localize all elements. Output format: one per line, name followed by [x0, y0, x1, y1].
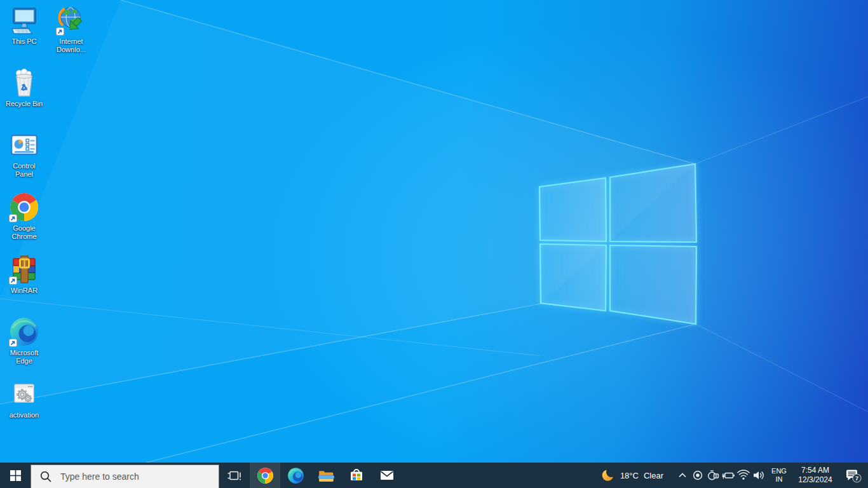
language-code: ENG — [766, 467, 792, 475]
weather-condition: Clear — [644, 471, 663, 480]
shortcut-arrow-icon — [9, 276, 17, 285]
desktop-icon-label: This PC — [0, 37, 48, 46]
chevron-up-icon — [676, 469, 689, 482]
clock-time: 7:54 AM — [792, 466, 839, 475]
desktop-icon-label: activation — [0, 411, 48, 419]
search-icon — [39, 470, 52, 483]
taskbar-search[interactable] — [31, 464, 219, 488]
taskbar-edge-button[interactable] — [280, 463, 311, 488]
tray-volume-button[interactable] — [751, 463, 766, 488]
taskbar-mail-button[interactable] — [372, 463, 402, 488]
windows-start-icon — [10, 470, 21, 481]
wifi-icon — [737, 469, 750, 482]
desktop-icon-this-pc[interactable]: This PC — [0, 5, 48, 46]
desktop-icon-control-panel[interactable]: ControlPanel — [0, 130, 48, 179]
start-button[interactable] — [0, 463, 31, 488]
shortcut-arrow-icon — [9, 214, 17, 222]
desktop-icon-recycle-bin[interactable]: Recycle Bin — [0, 67, 48, 108]
microsoft-store-icon — [348, 467, 365, 484]
desktop-icon-google-chrome[interactable]: GoogleChrome — [0, 192, 48, 241]
taskbar-chrome-button[interactable] — [250, 463, 280, 488]
taskbar-clock[interactable]: 7:54 AM 12/3/2024 — [792, 466, 839, 485]
windows-logo-wallpaper — [0, 0, 868, 463]
taskbar: 18°C Clear — [0, 463, 868, 488]
taskbar-store-button[interactable] — [341, 463, 372, 488]
desktop-icon-label: MicrosoftEdge — [0, 349, 48, 365]
weather-widget[interactable]: 18°C Clear — [596, 468, 668, 482]
recycle-bin-icon — [9, 67, 39, 98]
desktop-icon-activation[interactable]: activation — [0, 379, 48, 419]
control-panel-icon — [9, 130, 39, 160]
notification-icon: 7 — [845, 468, 862, 483]
taskbar-file-explorer-button[interactable] — [311, 463, 341, 488]
desktop-icon-label: GoogleChrome — [0, 224, 48, 241]
chrome-icon — [257, 467, 274, 484]
search-input[interactable] — [59, 471, 201, 482]
desktop-icon-label: ControlPanel — [0, 162, 48, 179]
this-pc-icon — [9, 5, 39, 36]
notification-count-badge: 7 — [855, 475, 858, 481]
internet-download-manager-icon — [56, 5, 86, 36]
system-tray: 18°C Clear — [596, 463, 868, 488]
edge-icon — [287, 467, 304, 484]
tray-meet-now-button[interactable] — [705, 463, 721, 488]
desktop-icon-microsoft-edge[interactable]: MicrosoftEdge — [0, 316, 48, 365]
activation-icon — [9, 379, 39, 409]
moon-icon — [601, 468, 615, 482]
tray-show-hidden-icons-button[interactable] — [675, 463, 690, 488]
desktop-icon-label: WinRAR — [0, 287, 48, 295]
shortcut-arrow-icon — [56, 27, 64, 36]
desktop-icon-idm[interactable]: InternetDownlo... — [47, 5, 95, 54]
desktop-icon-label: Recycle Bin — [0, 100, 48, 108]
mail-icon — [379, 467, 395, 484]
volume-icon — [752, 469, 765, 482]
tray-battery-button[interactable] — [721, 463, 736, 488]
language-indicator[interactable]: ENG IN — [766, 467, 792, 484]
desktop-wallpaper: This PC InternetDownlo... — [0, 0, 868, 463]
meet-now-icon — [707, 469, 719, 482]
action-center-button[interactable]: 7 — [839, 468, 868, 483]
winrar-icon — [9, 254, 39, 285]
edge-icon — [9, 316, 39, 347]
tray-record-dot-button[interactable] — [690, 463, 705, 488]
desktop-icon-winrar[interactable]: WinRAR — [0, 254, 48, 295]
file-explorer-icon — [318, 467, 335, 484]
task-view-button[interactable] — [219, 463, 250, 488]
weather-temperature: 18°C — [620, 471, 639, 480]
shortcut-arrow-icon — [9, 339, 17, 347]
tray-network-button[interactable] — [736, 463, 751, 488]
record-dot-icon — [691, 469, 704, 482]
language-region: IN — [766, 475, 792, 484]
chrome-icon — [9, 192, 39, 222]
battery-charging-icon — [722, 469, 735, 482]
desktop-icon-label: InternetDownlo... — [47, 37, 95, 54]
task-view-icon — [227, 468, 242, 483]
clock-date: 12/3/2024 — [792, 475, 839, 485]
